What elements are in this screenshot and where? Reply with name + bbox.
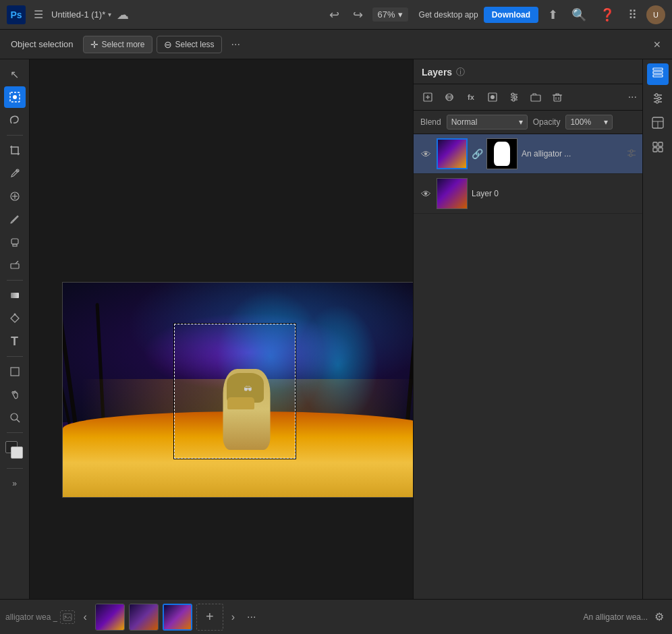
svg-point-24: [512, 98, 515, 101]
more-tools[interactable]: »: [4, 473, 26, 494]
layers-toolbar: fx: [414, 84, 642, 111]
file-thumb-badge: [60, 610, 75, 624]
pen-tool[interactable]: [4, 308, 26, 329]
layer-item-an-alligator[interactable]: 👁 🔗 An alligator ...: [414, 134, 642, 174]
blend-mode-select[interactable]: Normal ▾: [447, 115, 528, 129]
layer-visibility-icon-0[interactable]: 👁: [419, 188, 432, 200]
bottom-thumb-2[interactable]: [129, 604, 159, 631]
help-icon[interactable]: ❓: [596, 5, 619, 25]
layer-thumbnail-an-alligator[interactable]: [437, 138, 468, 169]
bottom-thumb-3-active[interactable]: [163, 604, 192, 631]
select-more-button[interactable]: ✛ Select more: [83, 36, 152, 53]
file-label: alligator wea _: [5, 612, 57, 622]
svg-line-13: [17, 420, 20, 422]
lasso-tool[interactable]: [4, 109, 26, 131]
chain-icon: 🔗: [472, 148, 482, 159]
svg-point-18: [445, 95, 449, 99]
minus-circle-icon: ⊖: [164, 39, 172, 50]
share-icon[interactable]: ⬆: [544, 5, 562, 25]
canvas-area: 🕶: [30, 59, 413, 599]
blend-label: Blend: [420, 117, 441, 127]
group-layer-button[interactable]: [527, 88, 544, 106]
stamp-tool[interactable]: [4, 231, 26, 253]
top-bar: Ps ☰ Untitled-1 (1)* ▾ ☁ ↩ ↪ 67% ▾ Get d…: [0, 0, 672, 30]
healing-tool[interactable]: [4, 185, 26, 207]
foreground-background-colors[interactable]: [4, 440, 26, 461]
svg-rect-26: [554, 95, 561, 101]
secondary-toolbar: Object selection ✛ Select more ⊖ Select …: [0, 30, 672, 59]
svg-rect-42: [659, 142, 663, 146]
bottom-thumb-1[interactable]: [95, 604, 125, 631]
svg-point-10: [13, 314, 16, 316]
zoom-tool[interactable]: [4, 407, 26, 428]
object-selection-label: Object selection: [5, 36, 79, 52]
nav-next-button[interactable]: ›: [227, 608, 239, 626]
hamburger-menu[interactable]: ☰: [31, 5, 46, 24]
layer-settings-icon[interactable]: [626, 148, 637, 161]
layers-panel-title: Layers: [422, 67, 452, 78]
gradient-tool[interactable]: [4, 285, 26, 306]
bottom-caption: An alligator wea...: [584, 612, 648, 622]
svg-point-22: [511, 93, 514, 96]
search-icon[interactable]: 🔍: [567, 5, 590, 25]
svg-point-19: [449, 95, 453, 99]
eyedropper-tool[interactable]: [4, 163, 26, 184]
layer-mask-thumbnail[interactable]: [486, 138, 517, 169]
ps-logo: Ps: [7, 5, 26, 24]
selection-tool[interactable]: [4, 86, 26, 108]
main-content: ↖: [0, 59, 672, 599]
eraser-tool[interactable]: [4, 254, 26, 276]
zoom-control[interactable]: 67% ▾: [372, 7, 408, 22]
layers-icon-button[interactable]: [647, 63, 669, 85]
adjustment-button[interactable]: [505, 88, 523, 106]
file-item[interactable]: alligator wea _: [5, 610, 75, 624]
plus-circle-icon: ✛: [90, 39, 99, 50]
svg-rect-44: [659, 148, 663, 152]
fx-button[interactable]: fx: [462, 88, 480, 106]
delete-layer-button[interactable]: [549, 88, 566, 106]
opacity-select[interactable]: 100% ▾: [565, 115, 613, 129]
bottom-more-button[interactable]: ···: [243, 608, 260, 626]
layer-thumbnail-layer0[interactable]: [437, 178, 468, 209]
layer-visibility-icon[interactable]: 👁: [419, 148, 432, 160]
layers-more-options[interactable]: ···: [628, 91, 637, 103]
brush-tool[interactable]: [4, 208, 26, 230]
add-document-button[interactable]: +: [196, 604, 223, 631]
adjustments-icon-button[interactable]: [647, 88, 669, 109]
svg-rect-8: [11, 264, 19, 268]
svg-point-37: [656, 100, 659, 103]
download-button[interactable]: Download: [484, 7, 538, 23]
canvas-image: 🕶: [62, 282, 413, 498]
svg-point-21: [491, 95, 495, 99]
bottom-bar: alligator wea _ ‹ + › ··· An alligator w…: [0, 599, 672, 634]
far-right-bar: [642, 59, 672, 599]
layer-item-layer0[interactable]: 👁 Layer 0: [414, 174, 642, 214]
document-title: Untitled-1 (1)* ▾ ☁: [51, 7, 129, 22]
layers-info-icon[interactable]: ⓘ: [456, 66, 465, 78]
nav-prev-button[interactable]: ‹: [79, 608, 90, 626]
svg-point-30: [630, 150, 633, 152]
more-options-button[interactable]: ···: [226, 36, 246, 53]
shape-tool[interactable]: [4, 361, 26, 382]
close-button[interactable]: ✕: [648, 36, 667, 53]
move-tool[interactable]: ↖: [4, 63, 26, 85]
mask-button[interactable]: [484, 88, 501, 106]
text-tool[interactable]: T: [4, 330, 26, 352]
layer-name-layer0: Layer 0: [472, 189, 637, 198]
svg-rect-6: [11, 239, 18, 244]
hand-tool[interactable]: [4, 384, 26, 405]
layer-name-an-alligator: An alligator ...: [522, 149, 622, 158]
apps-icon[interactable]: ⠿: [624, 5, 641, 25]
layer-mode-button[interactable]: [441, 88, 458, 106]
undo-button[interactable]: ↩: [325, 5, 343, 25]
libraries-icon-button[interactable]: [647, 136, 669, 158]
context-panel-icon-button[interactable]: [647, 112, 669, 134]
bottom-settings-icon[interactable]: ⚙: [652, 608, 667, 626]
layers-panel-header: Layers ⓘ: [414, 59, 642, 84]
add-layer-button[interactable]: [419, 88, 437, 106]
redo-button[interactable]: ↪: [349, 5, 367, 25]
select-less-button[interactable]: ⊖ Select less: [157, 36, 222, 53]
crop-tool[interactable]: [4, 140, 26, 161]
opacity-label: Opacity: [533, 117, 561, 127]
user-avatar[interactable]: U: [646, 5, 665, 24]
